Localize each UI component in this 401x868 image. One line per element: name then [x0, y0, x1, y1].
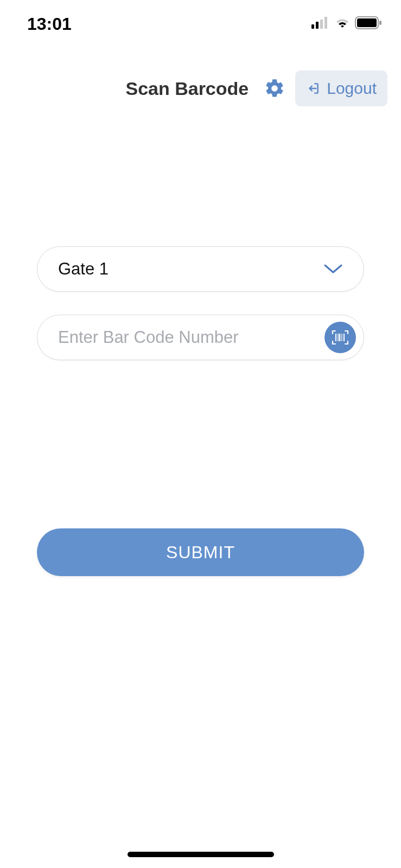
logout-label: Logout: [327, 79, 377, 98]
svg-rect-2: [320, 20, 323, 29]
svg-rect-5: [357, 18, 377, 27]
wifi-icon: [334, 17, 351, 31]
cellular-signal-icon: [311, 17, 330, 31]
main-content: Gate 1 SUBMIT: [0, 246, 401, 576]
chevron-down-icon: [323, 264, 343, 275]
scan-barcode-button[interactable]: [324, 322, 356, 353]
logout-button[interactable]: Logout: [295, 71, 387, 106]
settings-button[interactable]: [264, 78, 285, 99]
gate-select[interactable]: Gate 1: [37, 246, 364, 292]
svg-rect-0: [311, 24, 314, 29]
gate-select-value: Gate 1: [58, 259, 109, 279]
logout-icon: [306, 81, 320, 95]
barcode-scan-icon: [331, 328, 349, 347]
barcode-input[interactable]: [58, 328, 324, 347]
gear-icon: [264, 78, 285, 99]
status-bar: 13:01: [0, 0, 401, 38]
page-title: Scan Barcode: [125, 78, 249, 99]
status-icons-group: [311, 16, 382, 31]
home-indicator[interactable]: [128, 852, 274, 857]
barcode-input-row: [37, 315, 364, 360]
battery-icon: [355, 16, 382, 31]
submit-button[interactable]: SUBMIT: [37, 528, 364, 576]
svg-rect-3: [324, 17, 327, 29]
status-time: 13:01: [27, 14, 72, 34]
svg-rect-1: [316, 22, 319, 29]
svg-rect-6: [379, 21, 381, 25]
header: Scan Barcode Logout: [0, 38, 401, 106]
